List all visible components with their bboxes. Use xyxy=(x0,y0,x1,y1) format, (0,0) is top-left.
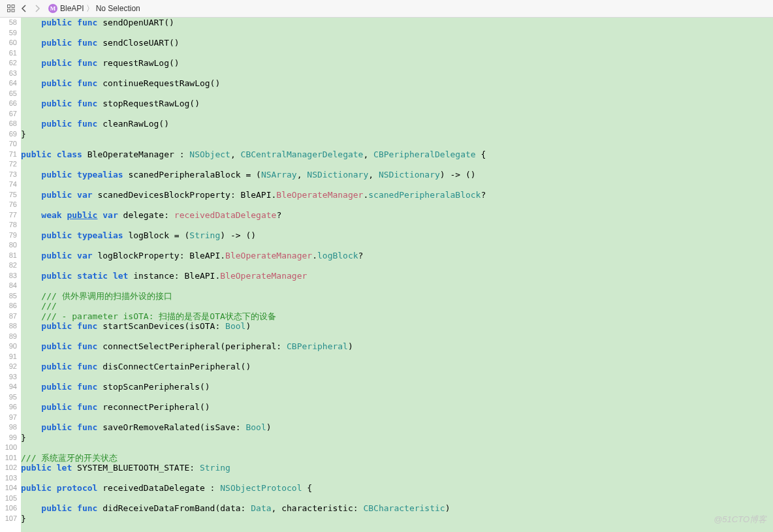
line-number: 95 xyxy=(0,392,21,403)
code-line: } xyxy=(21,433,773,443)
svg-rect-0 xyxy=(8,5,10,8)
line-number: 71 xyxy=(0,149,21,160)
line-number: 65 xyxy=(0,89,21,99)
line-number: 81 xyxy=(0,251,21,261)
line-number: 82 xyxy=(0,260,21,271)
code-line: public func startScanDevices(isOTA: Bool… xyxy=(21,321,773,332)
watermark: @51CTO博客 xyxy=(714,514,766,525)
line-number: 67 xyxy=(0,109,21,119)
line-number: 102 xyxy=(0,463,21,473)
code-line xyxy=(21,220,773,230)
line-number: 83 xyxy=(0,271,21,281)
related-items-icon[interactable] xyxy=(5,3,17,14)
code-line: /// 系统蓝牙的开关状态 xyxy=(21,453,773,463)
line-number: 64 xyxy=(0,78,21,89)
line-number: 58 xyxy=(0,18,21,28)
code-line xyxy=(21,443,773,453)
line-number: 101 xyxy=(0,453,21,463)
code-line xyxy=(21,260,773,271)
line-number: 80 xyxy=(0,240,21,251)
svg-rect-1 xyxy=(12,5,14,8)
code-line: public typealias scanedPeripheralaBlock … xyxy=(21,170,773,180)
line-number: 75 xyxy=(0,190,21,200)
line-number: 76 xyxy=(0,200,21,210)
code-line: public let SYSTEM_BLUETOOTH_STATE: Strin… xyxy=(21,463,773,473)
code-line xyxy=(21,332,773,342)
code-line xyxy=(21,159,773,170)
code-line: public var scanedDevicesBlockProperty: B… xyxy=(21,190,773,200)
line-number: 78 xyxy=(0,220,21,230)
code-line: public typealias logBlock = (String) -> … xyxy=(21,230,773,241)
back-button[interactable] xyxy=(18,3,30,14)
line-number: 68 xyxy=(0,119,21,129)
code-line xyxy=(21,281,773,291)
module-icon: M xyxy=(48,4,57,13)
breadcrumb-bar: M BleAPI 〉 No Selection xyxy=(0,0,773,18)
breadcrumb-separator: 〉 xyxy=(86,3,94,14)
line-number: 74 xyxy=(0,180,21,190)
code-line xyxy=(21,89,773,99)
line-number: 105 xyxy=(0,493,21,504)
code-line: public func didReceiveDataFromBand(data:… xyxy=(21,503,773,514)
line-number: 77 xyxy=(0,210,21,221)
line-number: 63 xyxy=(0,69,21,79)
line-number: 87 xyxy=(0,311,21,322)
line-number: 96 xyxy=(0,402,21,413)
code-line: public func requestRawLog() xyxy=(21,58,773,69)
code-line xyxy=(21,413,773,423)
line-number: 106 xyxy=(0,503,21,514)
code-line: public func cleanRawLog() xyxy=(21,119,773,129)
line-number: 97 xyxy=(0,413,21,423)
code-line: } xyxy=(21,514,773,524)
code-line: /// - parameter isOTA: 扫描的是否是OTA状态下的设备 xyxy=(21,311,773,322)
code-line xyxy=(21,352,773,362)
line-number: 91 xyxy=(0,352,21,362)
line-number: 79 xyxy=(0,230,21,241)
line-number: 60 xyxy=(0,38,21,48)
line-number: 72 xyxy=(0,159,21,170)
line-number: 84 xyxy=(0,281,21,291)
code-line xyxy=(21,392,773,403)
line-number: 90 xyxy=(0,341,21,352)
line-number: 62 xyxy=(0,58,21,69)
code-area[interactable]: public func sendOpenUART() public func s… xyxy=(21,18,773,532)
code-line xyxy=(21,180,773,190)
source-editor: 5859606162636465666768697071727374757677… xyxy=(0,18,773,532)
line-number: 104 xyxy=(0,483,21,493)
code-line xyxy=(21,240,773,251)
code-line xyxy=(21,139,773,149)
code-line: public static let instance: BleAPI.BleOp… xyxy=(21,271,773,281)
line-number: 99 xyxy=(0,433,21,443)
line-number: 98 xyxy=(0,422,21,433)
line-number: 70 xyxy=(0,139,21,149)
breadcrumb-selection[interactable]: No Selection xyxy=(96,4,140,13)
code-line: } xyxy=(21,129,773,140)
code-line xyxy=(21,69,773,79)
line-number: 107 xyxy=(0,514,21,524)
code-line: public func continueRequestRawLog() xyxy=(21,78,773,89)
code-line: weak public var delegate: receivedDataDe… xyxy=(21,210,773,221)
code-line xyxy=(21,28,773,39)
line-number: 92 xyxy=(0,362,21,372)
code-line: public var logBlockProperty: BleAPI.BleO… xyxy=(21,251,773,261)
code-line xyxy=(21,473,773,484)
line-number: 103 xyxy=(0,473,21,484)
svg-rect-2 xyxy=(8,9,10,12)
code-line: public func stopRequestRawLog() xyxy=(21,99,773,109)
code-line: /// xyxy=(21,301,773,311)
breadcrumb-module[interactable]: BleAPI xyxy=(60,4,84,13)
code-line xyxy=(21,200,773,210)
line-number: 73 xyxy=(0,170,21,180)
line-number: 94 xyxy=(0,382,21,392)
code-line: public func sendOpenUART() xyxy=(21,18,773,28)
code-line: public func sendCloseUART() xyxy=(21,38,773,48)
line-number: 88 xyxy=(0,321,21,332)
line-number: 66 xyxy=(0,99,21,109)
code-line: public class BleOperateManager : NSObjec… xyxy=(21,149,773,160)
line-number-gutter: 5859606162636465666768697071727374757677… xyxy=(0,18,21,532)
forward-button[interactable] xyxy=(31,3,43,14)
code-line: public func disConnectCertainPeripheral(… xyxy=(21,362,773,372)
code-line: public func stopScanPeripherals() xyxy=(21,382,773,392)
code-line: public protocol receivedDataDelegate : N… xyxy=(21,483,773,493)
code-line: public func reconnectPeripheral() xyxy=(21,402,773,413)
